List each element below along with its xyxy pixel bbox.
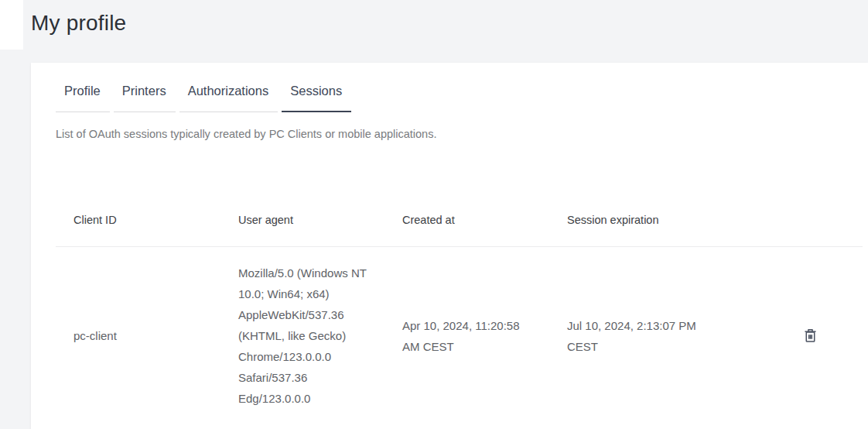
cell-session-expiration: Jul 10, 2024, 2:13:07 PM CEST [549,247,758,424]
sessions-description: List of OAuth sessions typically created… [56,128,868,140]
created-at-value: Apr 10, 2024, 11:20:58 AM CEST [402,315,535,357]
client-id-value: pc-client [73,325,117,346]
cell-created-at: Apr 10, 2024, 11:20:58 AM CEST [384,247,549,424]
cell-actions [758,247,863,424]
page: { "page": { "title": "My profile" }, "ta… [0,0,868,429]
session-expiration-value: Jul 10, 2024, 2:13:07 PM CEST [567,315,711,357]
column-header-client-id: Client ID [56,214,220,247]
column-header-user-agent: User agent [220,214,384,247]
tab-profile[interactable]: Profile [56,84,110,112]
page-title: My profile [23,0,868,36]
tab-printers[interactable]: Printers [114,84,176,112]
delete-session-button[interactable] [798,323,824,349]
sessions-table: Client ID User agent Created at Session … [56,214,863,424]
column-header-session-expiration: Session expiration [549,214,758,247]
tab-bar: Profile Printers Authorizations Sessions [56,84,868,112]
page-corner [0,0,23,50]
trash-icon [803,328,818,344]
column-header-created-at: Created at [384,214,549,247]
tab-authorizations[interactable]: Authorizations [179,84,279,112]
cell-client-id: pc-client [56,247,220,424]
user-agent-value: Mozilla/5.0 (Windows NT 10.0; Win64; x64… [238,263,368,409]
cell-user-agent: Mozilla/5.0 (Windows NT 10.0; Win64; x64… [220,247,384,424]
column-header-actions [758,214,863,247]
tab-sessions[interactable]: Sessions [282,84,351,112]
page-header: My profile [23,0,868,63]
profile-card: Profile Printers Authorizations Sessions… [31,63,868,429]
